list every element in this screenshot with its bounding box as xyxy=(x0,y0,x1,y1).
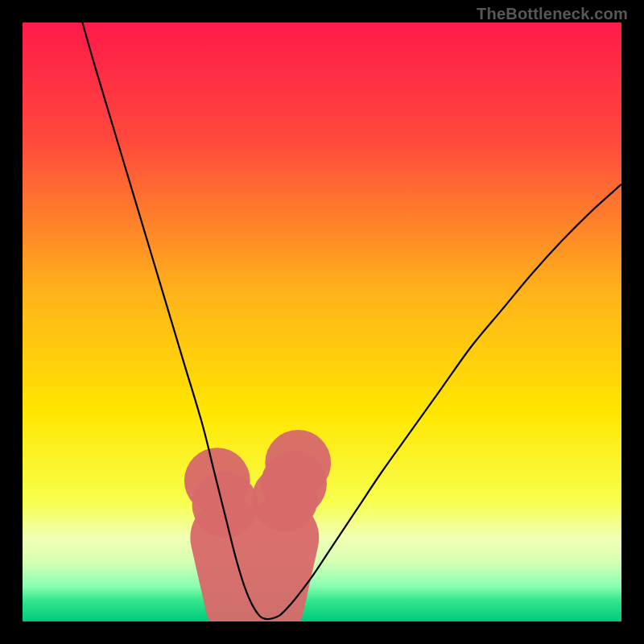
bottleneck-plot xyxy=(23,23,621,621)
chart-frame: TheBottleneck.com xyxy=(0,0,644,644)
trough-dot xyxy=(265,430,331,496)
gradient-background xyxy=(23,23,621,621)
trough-band xyxy=(229,538,280,605)
watermark-text: TheBottleneck.com xyxy=(477,5,628,23)
plot-svg xyxy=(23,23,621,621)
trough-dot xyxy=(192,472,258,538)
